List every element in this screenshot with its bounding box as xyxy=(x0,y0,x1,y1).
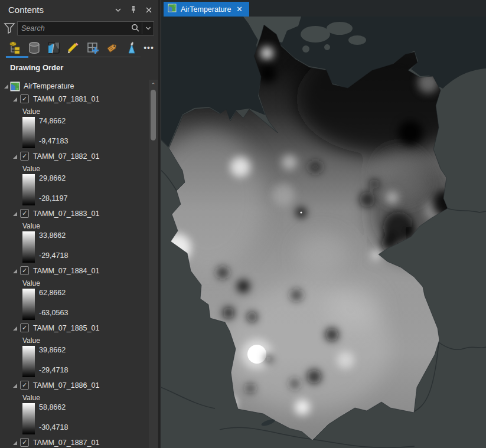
layer-legend: Value 29,8662 -28,1197 xyxy=(0,163,149,208)
map-tree-item[interactable]: AirTemperature xyxy=(0,80,149,93)
color-ramp-swatch xyxy=(22,231,35,263)
layer-visibility-checkbox[interactable]: ✓ xyxy=(20,266,29,275)
list-by-perspective-icon[interactable] xyxy=(122,39,141,57)
color-ramp-swatch xyxy=(22,346,35,377)
expander-icon[interactable] xyxy=(13,384,17,388)
map-canvas[interactable] xyxy=(161,17,486,448)
search-dropdown-chevron-icon[interactable] xyxy=(142,22,154,34)
color-ramp-swatch xyxy=(22,289,35,320)
layer-row[interactable]: ✓ TAMM_07_1883_01 xyxy=(0,208,149,220)
view-left-edge xyxy=(161,0,161,448)
legend-min-value: -9,47183 xyxy=(39,137,68,145)
legend-field-label: Value xyxy=(22,165,40,173)
close-icon[interactable] xyxy=(144,5,154,15)
tab-close-icon[interactable]: ✕ xyxy=(235,5,243,14)
expander-icon[interactable] xyxy=(4,84,8,89)
layer-row[interactable]: ✓ TAMM_07_1885_01 xyxy=(0,322,149,335)
active-tool-underline xyxy=(6,56,28,58)
legend-field-label: Value xyxy=(22,279,40,287)
layer-legend: Value 33,8662 -29,4718 xyxy=(0,220,149,265)
list-by-data-source-icon[interactable] xyxy=(24,39,44,57)
layer-visibility-checkbox[interactable]: ✓ xyxy=(20,94,29,103)
list-by-snapping-icon[interactable] xyxy=(83,39,102,57)
search-icon[interactable] xyxy=(130,22,142,34)
chevron-down-icon[interactable] xyxy=(113,5,123,15)
map-thumbnail-icon xyxy=(10,81,20,91)
contents-panel-header: Contents xyxy=(0,0,158,20)
scrollbar-thumb[interactable] xyxy=(151,90,156,140)
layer-visibility-checkbox[interactable]: ✓ xyxy=(20,152,29,161)
search-input[interactable] xyxy=(18,24,130,32)
legend-min-value: -28,1197 xyxy=(39,194,67,202)
layer-visibility-checkbox[interactable]: ✓ xyxy=(20,438,29,447)
legend-field-label: Value xyxy=(22,107,40,116)
layer-row[interactable]: ✓ TAMM_07_1884_01 xyxy=(0,265,149,277)
legend-max-value: 62,8662 xyxy=(39,289,66,297)
legend-max-value: 29,8662 xyxy=(39,174,66,182)
expander-icon[interactable] xyxy=(13,155,17,159)
layer-group: ✓ TAMM_07_1884_01 Value 62,8662 -63,0563 xyxy=(0,265,149,322)
legend-field-label: Value xyxy=(22,394,40,402)
search-box xyxy=(17,21,154,35)
expander-icon[interactable] xyxy=(13,326,17,331)
list-by-selection-icon[interactable] xyxy=(44,39,63,57)
map-item-label[interactable]: AirTemperature xyxy=(24,82,74,90)
layer-legend: Value 39,8662 -29,4718 xyxy=(0,335,149,380)
layer-row[interactable]: ✓ TAMM_07_1887_01 xyxy=(0,437,149,448)
legend-min-value: -29,4718 xyxy=(39,251,68,260)
legend-min-value: -30,4718 xyxy=(39,423,68,431)
layer-legend: Value 74,8662 -9,47183 xyxy=(0,106,149,151)
tab-airtemperature[interactable]: AirTemperature ✕ xyxy=(164,2,249,17)
arcgis-pro-window: Contents xyxy=(0,0,486,448)
more-options-button[interactable]: ••• xyxy=(141,39,156,57)
layer-row[interactable]: ✓ TAMM_07_1886_01 xyxy=(0,380,149,392)
layer-group: ✓ TAMM_07_1887_01 xyxy=(0,437,149,448)
map-view-area: AirTemperature ✕ xyxy=(161,0,486,448)
layer-visibility-checkbox[interactable]: ✓ xyxy=(20,323,29,332)
layer-name[interactable]: TAMM_07_1881_01 xyxy=(33,95,99,103)
color-ramp-swatch xyxy=(22,117,35,148)
tab-map-icon xyxy=(168,4,177,15)
contents-scrollbar[interactable]: ⌃ xyxy=(149,80,158,448)
legend-min-value: -29,4718 xyxy=(39,366,68,374)
layer-visibility-checkbox[interactable]: ✓ xyxy=(20,381,29,390)
legend-max-value: 33,8662 xyxy=(39,231,66,240)
expander-icon[interactable] xyxy=(13,441,17,445)
expander-icon[interactable] xyxy=(13,212,17,216)
layer-visibility-checkbox[interactable]: ✓ xyxy=(20,209,29,218)
list-by-drawing-order-icon[interactable] xyxy=(5,39,24,57)
layer-name[interactable]: TAMM_07_1886_01 xyxy=(33,381,99,390)
layer-name[interactable]: TAMM_07_1885_01 xyxy=(33,324,99,332)
germany-raster-map xyxy=(161,17,486,448)
layer-row[interactable]: ✓ TAMM_07_1881_01 xyxy=(0,93,149,106)
contents-toolbar: ••• xyxy=(0,38,158,58)
color-ramp-swatch xyxy=(22,403,35,434)
panel-title: Contents xyxy=(8,5,44,15)
layer-group: ✓ TAMM_07_1883_01 Value 33,8662 -29,4718 xyxy=(0,208,149,265)
scrollbar-up-arrow-icon[interactable]: ⌃ xyxy=(149,81,158,89)
layer-name[interactable]: TAMM_07_1884_01 xyxy=(33,267,99,275)
legend-field-label: Value xyxy=(22,222,40,230)
layer-name[interactable]: TAMM_07_1883_01 xyxy=(33,210,99,218)
color-ramp-swatch xyxy=(22,174,35,205)
list-by-labeling-icon[interactable] xyxy=(102,39,122,57)
layer-group: ✓ TAMM_07_1885_01 Value 39,8662 -29,4718 xyxy=(0,322,149,380)
expander-icon[interactable] xyxy=(13,97,17,102)
drawing-order-heading: Drawing Order xyxy=(10,63,63,72)
layer-name[interactable]: TAMM_07_1882_01 xyxy=(33,152,99,161)
layer-group: ✓ TAMM_07_1881_01 Value 74,8662 -9,47183 xyxy=(0,93,149,151)
filter-funnel-icon[interactable] xyxy=(4,22,15,35)
tab-label: AirTemperature xyxy=(181,5,231,14)
layer-name[interactable]: TAMM_07_1887_01 xyxy=(33,439,99,447)
layer-row[interactable]: ✓ TAMM_07_1882_01 xyxy=(0,151,149,163)
legend-max-value: 39,8662 xyxy=(39,346,66,354)
layer-group: ✓ TAMM_07_1882_01 Value 29,8662 -28,1197 xyxy=(0,151,149,208)
layer-tree: AirTemperature ✓ TAMM_07_1881_01 Value 7… xyxy=(0,80,149,448)
view-tab-bar: AirTemperature ✕ xyxy=(161,0,486,17)
legend-min-value: -63,0563 xyxy=(39,309,68,317)
layer-legend: Value 62,8662 -63,0563 xyxy=(0,277,149,322)
expander-icon[interactable] xyxy=(13,269,17,273)
layer-legend: Value 58,8662 -30,4718 xyxy=(0,392,149,437)
list-by-editing-icon[interactable] xyxy=(63,39,83,57)
pin-icon[interactable] xyxy=(129,5,138,15)
